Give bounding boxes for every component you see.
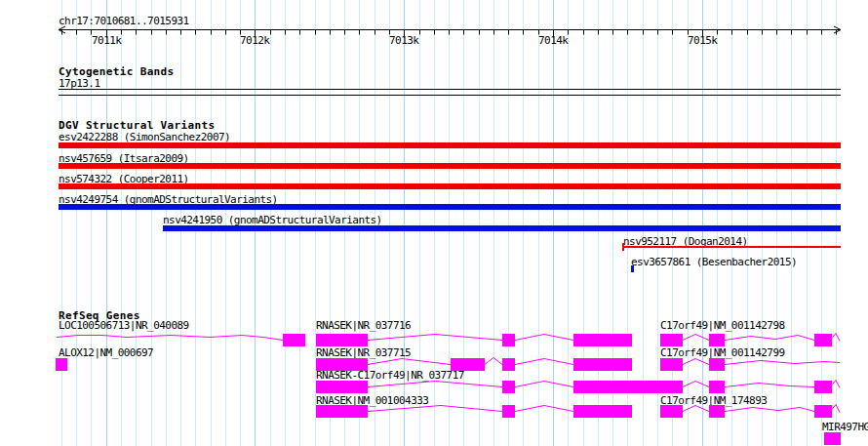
ruler-tick-label: 7011k (92, 34, 121, 47)
genome-browser-view: esv2422288 (SimonSanchez2007)nsv457659 (… (0, 0, 868, 446)
ruler-title: chr17:7010681..7015931 (59, 15, 189, 27)
ruler-tick-label: 7014k (538, 34, 568, 47)
label-layer: chr17:7010681..7015931 Cytogenetic Bands… (0, 0, 868, 446)
ruler-tick-label: 7012k (240, 34, 269, 47)
dgv-heading: DGV Structural Variants (59, 119, 215, 132)
cytoband-label: 17p13.1 (59, 77, 100, 90)
ruler-tick-label: 7013k (389, 34, 418, 47)
ruler-tick-label: 7015k (688, 34, 717, 47)
refseq-heading: RefSeq Genes (59, 309, 140, 322)
